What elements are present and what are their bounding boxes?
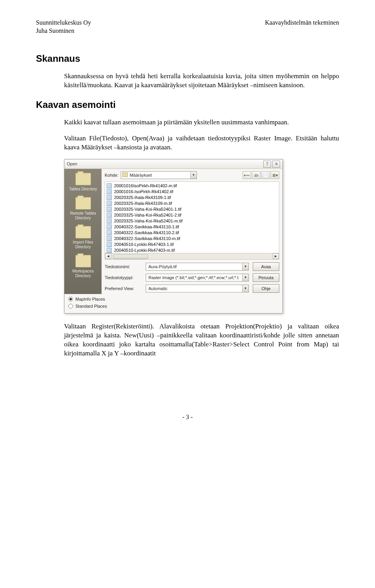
- filename-row: Tiedostonimi: Aura-Pöytyä.tif ▼ Avaa: [102, 261, 282, 272]
- radio-mapinfo-places[interactable]: MapInfo Places: [68, 296, 279, 302]
- kohde-combo[interactable]: Määräykset ▼: [121, 171, 197, 179]
- file-name: 20040322-Savikkaa-Rk43110-m.tif: [114, 236, 180, 242]
- up-folder-button[interactable]: 🗁: [252, 171, 261, 179]
- file-name: 20040322-Savikkaa-Rk43110-1.tif: [114, 224, 179, 230]
- section-skannaus-title: Skannaus: [36, 52, 339, 65]
- filetype-label: Tiedostotyyppi:: [105, 275, 142, 281]
- section-asemointi-title: Kaavan asemointi: [36, 99, 339, 111]
- kohde-label: Kohde:: [105, 172, 118, 178]
- close-button[interactable]: ✕: [272, 161, 280, 168]
- open-button-label: Avaa: [261, 264, 271, 270]
- cancel-button[interactable]: Peruuta: [253, 273, 279, 282]
- scroll-right-button[interactable]: ►: [273, 253, 279, 259]
- list-item[interactable]: 20020325-Vaha-Koi-Rka52401-1.tif: [107, 206, 277, 212]
- open-dialog-screenshot: Open ? ✕ Tables Directory Remote Tables …: [64, 159, 339, 314]
- file-list[interactable]: 20001016IsoPirkh-Rk41402-m.tif 20001016-…: [105, 181, 279, 260]
- file-icon: [107, 183, 112, 188]
- list-item[interactable]: 20040510-Lyokki-Rk47403-1.tif: [107, 242, 277, 247]
- scroll-left-button[interactable]: ◄: [105, 253, 111, 259]
- file-icon: [107, 195, 112, 200]
- file-icon: [107, 236, 112, 241]
- filetype-combo[interactable]: Raster Image (*.bil;*.sid;*.gen;*.rtf;*.…: [146, 274, 249, 281]
- up-folder-icon: 🗁: [254, 172, 259, 178]
- sidebar-item-tables[interactable]: Tables Directory: [68, 173, 99, 192]
- file-name: 20020325-Vaha-Koi-Rka52401-2.tif: [114, 212, 181, 218]
- file-name: 20040322-Savikkaa-Rk43110-2.tif: [114, 230, 179, 236]
- chevron-down-icon: ▼: [190, 172, 196, 179]
- scroll-thumb[interactable]: [113, 255, 148, 259]
- page-header: Suunnittelukeskus Oy Juha Suominen Kaava…: [36, 19, 339, 35]
- header-left: Suunnittelukeskus Oy Juha Suominen: [36, 19, 91, 35]
- section-asemointi-para1: Kaikki kaavat tullaan asemoimaan ja piir…: [64, 118, 339, 127]
- list-item[interactable]: 20040322-Savikkaa-Rk43110-2.tif: [107, 230, 277, 236]
- header-right: Kaavayhdistelmän tekeminen: [265, 19, 339, 35]
- file-name: 20020325-Ihala-Rk43109-1.tif: [114, 195, 171, 201]
- preferredview-label: Preferred View:: [105, 286, 142, 292]
- sidebar-item-label: Workspaces Directory: [68, 269, 99, 278]
- help-button[interactable]: Ohje: [253, 284, 279, 293]
- view-menu-icon: ≣▾: [272, 172, 278, 178]
- sidebar-item-remote-tables[interactable]: Remote Tables Directory: [68, 197, 99, 220]
- preferredview-value: Automatic: [148, 286, 168, 292]
- list-item[interactable]: 20020325-Vaha-Koi-Rka52401-m.tif: [107, 218, 277, 224]
- list-item[interactable]: 20020325-Ihala-Rk43109-m.tif: [107, 201, 277, 206]
- list-item[interactable]: 20040322-Savikkaa-Rk43110-1.tif: [107, 224, 277, 230]
- filename-input[interactable]: Aura-Pöytyä.tif ▼: [146, 263, 249, 271]
- help-button[interactable]: ?: [263, 161, 271, 168]
- folder-icon: [75, 197, 91, 210]
- new-folder-button[interactable]: 📄: [261, 171, 270, 179]
- preferredview-row: Preferred View: Automatic ▼ Ohje: [102, 283, 282, 294]
- chevron-down-icon: ▼: [242, 274, 248, 281]
- chevron-down-icon: ▼: [242, 263, 248, 270]
- file-icon: [107, 219, 112, 224]
- header-doc-title: Kaavayhdistelmän tekeminen: [265, 19, 339, 27]
- file-name: 20001016IsoPirkh-Rk41402-m.tif: [114, 183, 177, 189]
- sidebar-item-workspaces[interactable]: Workspaces Directory: [68, 255, 99, 278]
- file-name: 20040510-Lyokki-Rk47403-1.tif: [114, 242, 173, 247]
- titlebar-buttons: ? ✕: [263, 161, 280, 168]
- list-item[interactable]: 20020325-Vaha-Koi-Rka52401-2.tif: [107, 212, 277, 218]
- list-item[interactable]: 20040322-Savikkaa-Rk43110-m.tif: [107, 236, 277, 242]
- dialog-body: Tables Directory Remote Tables Directory…: [64, 169, 282, 294]
- header-company: Suunnittelukeskus Oy: [36, 19, 91, 27]
- file-name: 20020325-Vaha-Koi-Rka52401-1.tif: [114, 206, 181, 212]
- chevron-down-icon: ▼: [242, 285, 248, 292]
- radio-standard-places[interactable]: Standard Places: [68, 303, 279, 309]
- file-icon: [107, 224, 112, 229]
- open-button[interactable]: Avaa: [253, 262, 279, 271]
- filename-value: Aura-Pöytyä.tif: [148, 264, 177, 270]
- filetype-row: Tiedostotyyppi: Raster Image (*.bil;*.si…: [102, 272, 282, 283]
- preferredview-combo[interactable]: Automatic ▼: [146, 285, 249, 292]
- horizontal-scrollbar[interactable]: ◄ ►: [105, 253, 279, 259]
- back-button[interactable]: ⟵: [243, 171, 251, 179]
- file-icon: [107, 207, 112, 212]
- cancel-button-label: Peruuta: [259, 275, 274, 281]
- list-item[interactable]: 20001016IsoPirkh-Rk41402-m.tif: [107, 183, 277, 189]
- list-item[interactable]: 20020325-Ihala-Rk43109-1.tif: [107, 195, 277, 201]
- file-icon: [107, 201, 112, 206]
- section-asemointi-para3: Valitaan Register(Rekisteröinti). Alaval…: [64, 322, 339, 358]
- places-sidebar: Tables Directory Remote Tables Directory…: [64, 169, 102, 294]
- file-icon: [107, 189, 112, 194]
- list-item[interactable]: 20001016-IsoPirkh-Rk41402.tif: [107, 189, 277, 195]
- back-icon: ⟵: [244, 172, 250, 178]
- folder-icon: [75, 255, 91, 267]
- file-name: 20001016-IsoPirkh-Rk41402.tif: [114, 189, 173, 195]
- radio-selected-icon: [68, 297, 73, 301]
- section-asemointi-para2: Valitaan File(Tiedosto), Open(Avaa) ja v…: [64, 134, 339, 152]
- help-icon: ?: [266, 161, 268, 167]
- dialog-main-pane: Kohde: Määräykset ▼ ⟵ 🗁 📄 ≣▾ 20001016Iso…: [102, 169, 282, 294]
- file-icon: [107, 242, 112, 247]
- places-radio-group: MapInfo Places Standard Places: [64, 294, 282, 313]
- sidebar-item-import-files[interactable]: Import Files Directory: [68, 226, 99, 249]
- radio-label: Standard Places: [75, 303, 107, 309]
- sidebar-item-label: Tables Directory: [68, 187, 99, 192]
- list-item[interactable]: 20040510-Lyokki-Rk47403-m.tif: [107, 247, 277, 253]
- folder-icon: [122, 172, 128, 177]
- file-name: 20020325-Ihala-Rk43109-m.tif: [114, 201, 172, 206]
- radio-unselected-icon: [68, 304, 73, 308]
- view-menu-button[interactable]: ≣▾: [271, 171, 279, 179]
- dialog-titlebar: Open ? ✕: [64, 160, 282, 169]
- header-author: Juha Suominen: [36, 27, 91, 35]
- file-name: 20020325-Vaha-Koi-Rka52401-m.tif: [114, 218, 182, 224]
